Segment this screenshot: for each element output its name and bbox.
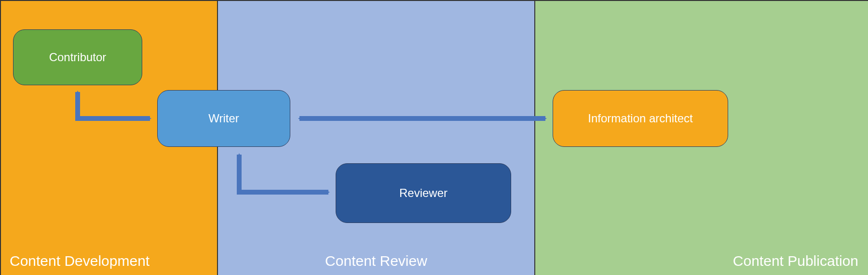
box-label-contributor: Contributor (49, 51, 107, 64)
box-writer: Writer (157, 90, 290, 147)
box-label-reviewer: Reviewer (399, 186, 448, 200)
box-contributor: Contributor (13, 29, 142, 85)
diagram-canvas: Content Development Content Review Conte… (0, 0, 868, 275)
box-reviewer: Reviewer (336, 163, 511, 223)
box-label-writer: Writer (208, 112, 239, 125)
box-label-architect: Information architect (588, 112, 692, 125)
lane-label-review: Content Review (325, 253, 427, 269)
box-architect: Information architect (553, 90, 728, 147)
lane-label-development: Content Development (10, 253, 149, 269)
lane-label-publication: Content Publication (733, 253, 858, 269)
